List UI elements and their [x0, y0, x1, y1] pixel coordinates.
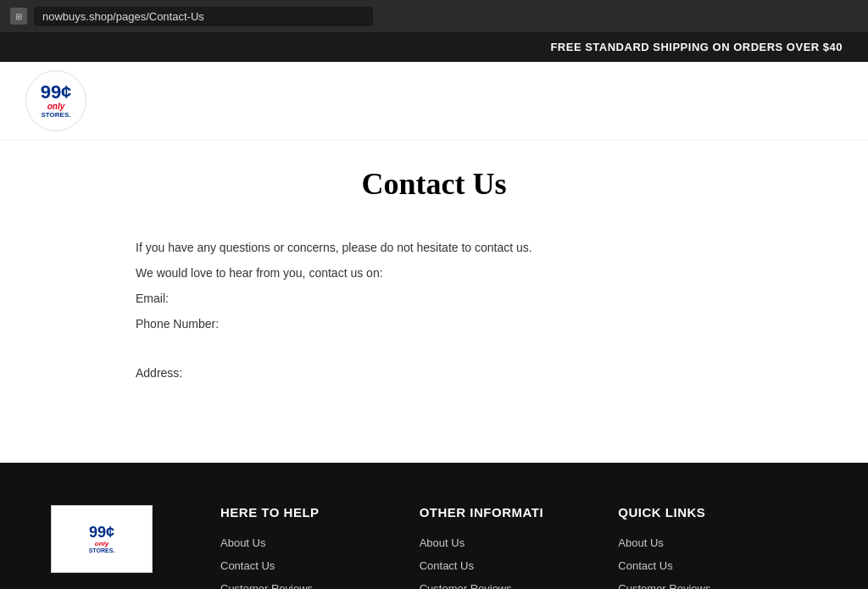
- footer-quick-about[interactable]: About Us: [618, 536, 800, 549]
- footer-help-reviews[interactable]: Customer Reviews: [220, 582, 403, 589]
- footer-other-contact[interactable]: Contact Us: [420, 559, 602, 572]
- contact-body: If you have any questions or concerns, p…: [136, 236, 732, 385]
- shipping-text: FREE STANDARD SHIPPING ON ORDERS OVER $4…: [550, 41, 843, 53]
- page-title: Contact Us: [136, 166, 732, 202]
- footer-help-title: HERE TO HELP: [220, 505, 403, 520]
- footer-quick-reviews[interactable]: Customer Reviews: [618, 582, 800, 589]
- footer-logo-inner: 99¢ only STORES.: [89, 525, 115, 553]
- contact-phone: Phone Number:: [136, 312, 732, 336]
- footer-help-contact[interactable]: Contact Us: [220, 559, 403, 572]
- footer-col-help: HERE TO HELP About Us Contact Us Custome…: [220, 505, 420, 589]
- footer-logo-only: only: [89, 540, 115, 547]
- site-footer: 99¢ only STORES. HERE TO HELP About Us C…: [0, 463, 868, 589]
- footer-col-quick: QUICK LINKS About Us Contact Us Customer…: [618, 505, 817, 589]
- footer-logo[interactable]: 99¢ only STORES.: [51, 505, 153, 573]
- logo-stores: STORES.: [41, 111, 72, 119]
- site-header: 99¢ only STORES.: [0, 62, 868, 141]
- url-bar[interactable]: nowbuys.shop/pages/Contact-Us: [34, 7, 373, 26]
- footer-quick-contact[interactable]: Contact Us: [618, 559, 800, 572]
- footer-other-reviews[interactable]: Customer Reviews: [420, 582, 602, 589]
- footer-logo-stores: STORES.: [89, 547, 115, 553]
- footer-logo-number: 99¢: [89, 525, 115, 540]
- footer-logo-col: 99¢ only STORES.: [51, 505, 220, 573]
- footer-other-about[interactable]: About Us: [420, 536, 602, 549]
- main-content: Contact Us If you have any questions or …: [0, 141, 868, 463]
- contact-line2: We would love to hear from you, contact …: [136, 261, 732, 285]
- browser-icon: ⊞: [10, 8, 27, 25]
- browser-chrome: ⊞ nowbuys.shop/pages/Contact-Us: [0, 0, 868, 32]
- footer-help-about[interactable]: About Us: [220, 536, 403, 549]
- footer-other-title: OTHER INFORMATI: [420, 505, 602, 520]
- logo-only: only: [41, 102, 72, 111]
- logo-inner: 99¢ only STORES.: [41, 83, 72, 119]
- shipping-banner: FREE STANDARD SHIPPING ON ORDERS OVER $4…: [0, 32, 868, 62]
- footer-quick-title: QUICK LINKS: [618, 505, 800, 520]
- contact-email: Email:: [136, 286, 732, 310]
- header-logo[interactable]: 99¢ only STORES.: [25, 70, 86, 131]
- logo-number: 99¢: [41, 83, 72, 102]
- contact-address: Address:: [136, 361, 732, 385]
- footer-col-other: OTHER INFORMATI About Us Contact Us Cust…: [420, 505, 619, 589]
- contact-line1: If you have any questions or concerns, p…: [136, 236, 732, 259]
